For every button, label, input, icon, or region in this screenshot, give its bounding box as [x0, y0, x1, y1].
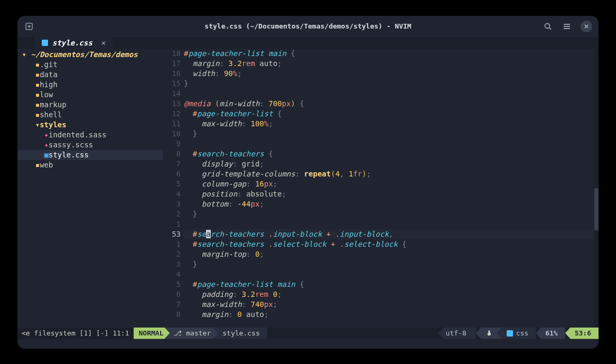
status-percent: 61%: [536, 328, 565, 339]
folder-icon: ▪: [35, 60, 40, 69]
editor-pane[interactable]: 1817161514131211109876543215312345678 #p…: [163, 49, 599, 328]
line-number: 6: [163, 169, 181, 179]
status-filesystem: <e filesystem [1] [-] 11:1: [17, 328, 134, 339]
folder-icon: ▪: [35, 110, 40, 119]
buffer-tabbar: style.css ×: [17, 37, 599, 49]
tree-item[interactable]: ▪ high: [17, 80, 163, 90]
code-line[interactable]: [184, 219, 599, 229]
code-line[interactable]: [184, 269, 599, 279]
tree-item[interactable]: ▾ styles: [17, 120, 163, 130]
code-line[interactable]: }: [184, 259, 599, 269]
code-line[interactable]: #search-teachers {: [184, 149, 599, 159]
code-line[interactable]: padding: 3.2rem 0;: [184, 290, 599, 300]
buffer-tab[interactable]: style.css ×: [34, 37, 113, 49]
line-number: 17: [163, 59, 181, 69]
tree-item-label: web: [40, 161, 53, 169]
code-line[interactable]: max-width: 740px;: [184, 300, 599, 310]
folder-icon: ▪: [35, 161, 40, 169]
code-line[interactable]: display: grid;: [184, 159, 599, 169]
tree-item-label: styles: [40, 120, 67, 129]
line-number: 9: [163, 139, 181, 149]
status-position: 53:6: [565, 328, 599, 339]
tree-item-label: style.css: [49, 151, 89, 159]
tree-item[interactable]: ▣ style.css: [17, 150, 163, 160]
code-line[interactable]: column-gap: 16px;: [184, 179, 599, 189]
status-mode: NORMAL: [134, 328, 170, 339]
branch-icon: ⎇: [174, 329, 182, 337]
statusbar: <e filesystem [1] [-] 11:1 NORMAL ⎇ mast…: [17, 328, 599, 339]
code-line[interactable]: #search-teachers .input-block + .input-b…: [184, 229, 599, 239]
menu-icon[interactable]: [562, 21, 572, 32]
line-number: 3: [163, 199, 181, 209]
titlebar: style.css (~/Documentos/Temas/demos/styl…: [17, 16, 599, 37]
code-line[interactable]: bottom: -44px;: [184, 199, 599, 209]
line-number: 1: [163, 239, 181, 249]
tree-item-label: markup: [40, 100, 67, 109]
tree-item[interactable]: ▪ markup: [17, 100, 163, 110]
editor-body: ▾ ~/Documentos/Temas/demos ▪ .git ▪ data…: [17, 49, 599, 328]
folder-icon: ▪: [35, 70, 40, 79]
line-number: 18: [163, 49, 181, 59]
folder-open-icon: ▾: [22, 50, 26, 59]
code-line[interactable]: margin: 3.2rem auto;: [184, 59, 599, 69]
code-line[interactable]: #page-teacher-list main {: [184, 279, 599, 290]
line-number: 12: [163, 109, 181, 119]
scrollbar-thumb[interactable]: [594, 188, 599, 230]
tree-item[interactable]: ▪ data: [17, 70, 163, 80]
code-line[interactable]: @media (min-width: 700px) {: [184, 99, 599, 109]
tree-item[interactable]: ▪ web: [17, 160, 163, 170]
tux-icon: [486, 330, 493, 337]
scrollbar[interactable]: [594, 49, 599, 328]
svg-point-1: [545, 23, 550, 28]
css-file-icon: [42, 40, 48, 46]
code-line[interactable]: max-width: 100%;: [184, 119, 599, 129]
code-line[interactable]: [184, 89, 599, 99]
tree-item[interactable]: ✦ sassy.scss: [17, 140, 163, 150]
line-number: 8: [163, 310, 181, 320]
status-filetype: css: [497, 328, 536, 339]
window-title: style.css (~/Documentos/Temas/demos/styl…: [87, 22, 529, 30]
tree-item[interactable]: ✦ indented.sass: [17, 130, 163, 140]
code-line[interactable]: width: 90%;: [184, 69, 599, 79]
tree-item[interactable]: ▪ shell: [17, 110, 163, 120]
terminal-window: style.css (~/Documentos/Temas/demos/styl…: [17, 16, 599, 349]
line-number: 6: [163, 290, 181, 300]
line-number: 11: [163, 119, 181, 129]
code-line[interactable]: }: [184, 209, 599, 219]
tree-item[interactable]: ▪ low: [17, 90, 163, 100]
sass-file-icon: ✦: [44, 130, 49, 139]
line-number: 5: [163, 179, 181, 189]
sass-file-icon: ✦: [44, 141, 49, 149]
status-filename: style.css: [213, 328, 267, 339]
close-icon[interactable]: [581, 21, 592, 32]
css-badge-icon: [507, 330, 513, 337]
code-line[interactable]: position: absolute;: [184, 189, 599, 199]
code-line[interactable]: #page-teacher-list main {: [184, 49, 599, 59]
code-line[interactable]: grid-template-columns: repeat(4, 1fr);: [184, 169, 599, 179]
tree-item-label: high: [40, 80, 58, 89]
line-number: 2: [163, 249, 181, 259]
search-icon[interactable]: [543, 21, 553, 32]
file-tree[interactable]: ▾ ~/Documentos/Temas/demos ▪ .git ▪ data…: [17, 49, 163, 328]
tree-root[interactable]: ▾ ~/Documentos/Temas/demos: [17, 50, 163, 60]
code-line[interactable]: }: [184, 129, 599, 139]
code-line[interactable]: margin: 0 auto;: [184, 310, 599, 320]
line-number: 3: [163, 259, 181, 269]
tab-close-icon[interactable]: ×: [101, 39, 105, 47]
code-line[interactable]: }: [184, 79, 599, 89]
line-number: 15: [163, 79, 181, 89]
line-number: 13: [163, 99, 181, 109]
tab-label: style.css: [52, 39, 92, 47]
folder-icon: ▪: [35, 80, 40, 89]
code-line[interactable]: #page-teacher-list {: [184, 109, 599, 119]
line-number: 4: [163, 189, 181, 199]
code-line[interactable]: #search-teachers .select-block + .select…: [184, 239, 599, 249]
tree-item[interactable]: ▪ .git: [17, 60, 163, 70]
line-number: 1: [163, 219, 181, 229]
line-number: 2: [163, 209, 181, 219]
code-line[interactable]: [184, 139, 599, 149]
code-area[interactable]: #page-teacher-list main { margin: 3.2rem…: [184, 49, 599, 328]
line-number: 4: [163, 269, 181, 279]
new-tab-icon[interactable]: [24, 21, 34, 32]
code-line[interactable]: margin-top: 0;: [184, 249, 599, 259]
